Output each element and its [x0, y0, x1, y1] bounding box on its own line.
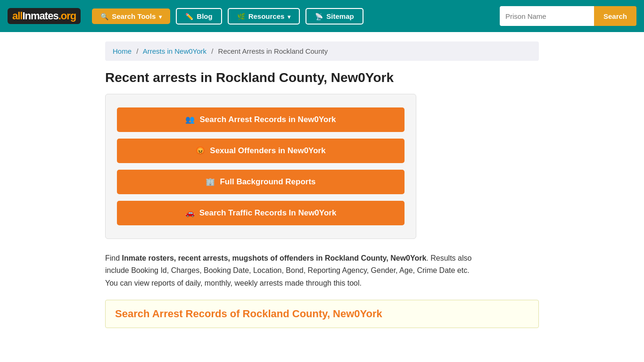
logo-all: all: [12, 10, 22, 22]
sex-offenders-label: Sexual Offenders in New0York: [210, 146, 325, 156]
arrest-records-label: Search Arrest Records in New0York: [199, 115, 336, 124]
arrest-records-button[interactable]: Search Arrest Records in New0York: [117, 107, 405, 132]
blog-icon: [185, 12, 193, 20]
breadcrumb-sep-2: /: [211, 47, 213, 55]
logo-area: allInmates.org: [8, 8, 81, 24]
action-card: Search Arrest Records in New0York Sexual…: [105, 94, 416, 239]
sex-offenders-button[interactable]: Sexual Offenders in New0York: [117, 139, 405, 163]
logo-org: .org: [58, 10, 76, 22]
people-icon: [185, 115, 195, 124]
header-search-label: Search: [603, 12, 627, 20]
sitemap-button[interactable]: Sitemap: [305, 8, 363, 25]
header: allInmates.org Search Tools Blog Resourc…: [0, 0, 644, 32]
section-heading-title: Search Arrest Records of Rockland County…: [115, 308, 529, 320]
header-search-wrap: Search: [500, 6, 636, 26]
breadcrumb-arrests-ny[interactable]: Arrests in New0York: [143, 47, 206, 55]
prison-name-input[interactable]: [500, 6, 594, 26]
blog-button[interactable]: Blog: [176, 8, 222, 25]
breadcrumb-current: Recent Arrests in Rockland County: [218, 47, 328, 55]
resources-button[interactable]: Resources: [228, 8, 300, 25]
breadcrumb-home[interactable]: Home: [113, 47, 132, 55]
chevron-down-icon-2: [288, 12, 290, 20]
sitemap-label: Sitemap: [326, 12, 354, 20]
background-reports-label: Full Background Reports: [220, 177, 315, 187]
description-paragraph: Find Inmate rosters, recent arrests, mug…: [105, 252, 473, 289]
search-tools-label: Search Tools: [112, 12, 156, 20]
background-reports-button[interactable]: Full Background Reports: [117, 170, 405, 194]
chevron-down-icon: [159, 12, 162, 20]
traffic-records-label: Search Traffic Records In New0York: [199, 208, 337, 218]
breadcrumb: Home / Arrests in New0York / Recent Arre…: [105, 41, 539, 61]
angry-icon: [196, 146, 205, 156]
blog-label: Blog: [197, 12, 212, 20]
car-icon: [185, 208, 195, 218]
logo-text: allInmates.org: [12, 10, 76, 22]
logo: allInmates.org: [8, 8, 81, 24]
building-icon: [206, 177, 215, 187]
description-intro: Find: [105, 254, 122, 262]
breadcrumb-sep-1: /: [136, 47, 138, 55]
header-search-button[interactable]: Search: [594, 6, 636, 26]
logo-inmates: nmates: [25, 10, 58, 22]
section-heading: Search Arrest Records of Rockland County…: [105, 300, 539, 328]
main-content: Home / Arrests in New0York / Recent Arre…: [96, 41, 548, 328]
sitemap-icon: [315, 12, 323, 20]
search-tools-button[interactable]: Search Tools: [92, 8, 170, 24]
resources-icon: [237, 12, 245, 20]
description-bold: Inmate rosters, recent arrests, mugshots…: [122, 254, 427, 262]
search-icon: [100, 12, 108, 20]
resources-label: Resources: [248, 12, 285, 20]
traffic-records-button[interactable]: Search Traffic Records In New0York: [117, 201, 405, 225]
page-title: Recent arrests in Rockland County, New0Y…: [105, 70, 539, 85]
